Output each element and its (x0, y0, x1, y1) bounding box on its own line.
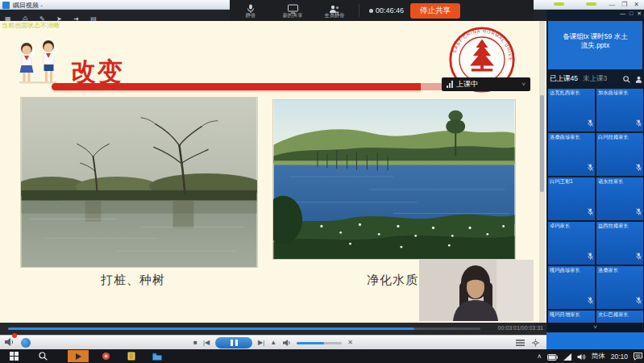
mic-muted-icon (588, 248, 593, 263)
participant-name: 加永曲珍家长 (598, 90, 629, 97)
mic-muted-icon (636, 160, 642, 174)
fullscreen-button[interactable]: ✕ (347, 336, 353, 349)
seek-bar[interactable] (8, 328, 480, 330)
not-in-class-tab[interactable]: 未上课3 (583, 74, 618, 84)
shared-doc-tile[interactable]: 备课组tx 课时59 水土 流失.pptx (548, 21, 642, 69)
participant-tile[interactable]: 嘎玛曲珍家长 (548, 266, 595, 309)
title-ribbon (52, 83, 421, 90)
taskbar-app-player[interactable] (68, 350, 89, 362)
player-control-bar: ■ |◀ ▶| ▲ ✕ (0, 335, 546, 349)
title-ribbon-end (421, 83, 442, 90)
taskbar-search-icon[interactable] (32, 350, 53, 362)
tray-chevron-icon[interactable]: ˄ (538, 353, 542, 361)
previous-button[interactable]: |◀ (203, 336, 210, 349)
new-share-button[interactable]: 新的共享 (272, 2, 314, 19)
participant-name: 洛桑家长 (598, 267, 618, 274)
taskbar-app-red[interactable] (95, 350, 116, 362)
photo-river-trees (20, 97, 258, 268)
scroll-more-button[interactable]: ˅ (548, 323, 642, 332)
participant-name: 白玛王彩1 (550, 178, 573, 186)
mic-muted-icon (588, 160, 593, 174)
panel-bottom-bar (546, 332, 644, 349)
start-button[interactable] (3, 350, 24, 362)
participant-name: 白玛拉姆家长 (598, 134, 629, 141)
mic-muted-icon (588, 115, 593, 130)
mic-icon (230, 2, 272, 12)
playlist-icon[interactable] (516, 336, 525, 350)
participant-name: 达瓦扎西家长 (550, 90, 580, 97)
slide-scrollbar-thumb[interactable] (540, 95, 544, 192)
stop-button[interactable]: ■ (193, 336, 197, 349)
participant-tile[interactable]: 嘎玛日增家长 (548, 311, 595, 323)
participant-tile[interactable]: 白玛王彩1 (548, 177, 595, 220)
volume-icon[interactable] (282, 336, 291, 350)
mic-muted-icon (636, 248, 642, 263)
action-center-icon[interactable] (634, 349, 642, 363)
maximize-button[interactable]: ❐ (621, 0, 627, 9)
volume-slider[interactable] (297, 342, 342, 344)
stop-share-button[interactable]: 停止共享 (410, 3, 460, 19)
notification-dash-icon (586, 2, 596, 6)
presenter-webcam[interactable] (419, 260, 534, 321)
audio-device-icon[interactable] (4, 336, 15, 350)
screen-share-icon (272, 2, 314, 12)
next-button[interactable]: ▶| (258, 336, 264, 349)
playback-time: 00:03:01/00:03:31 (498, 325, 543, 331)
class-status-pill[interactable]: 上课中 ˅ (442, 77, 530, 91)
participant-tile[interactable]: 诸永拉家长 (596, 177, 643, 220)
participant-tile[interactable]: 加永曲珍家长 (596, 89, 643, 131)
audio-alert-badge (12, 333, 17, 338)
settings-icon[interactable] (531, 336, 540, 350)
quality-notice: 当前画面状态不清晰 (2, 21, 60, 30)
participant-name: 嘎玛曲珍家长 (550, 267, 580, 274)
battery-icon[interactable] (547, 349, 558, 363)
taskbar-app-notes[interactable] (121, 350, 142, 362)
mute-all-button[interactable]: 全员静音 (314, 2, 355, 19)
mic-muted-icon (588, 204, 593, 219)
mic-muted-icon (636, 115, 642, 130)
app-blue-icon[interactable] (21, 338, 31, 348)
participant-tile[interactable]: 洛桑曲珍家长 (548, 133, 595, 176)
signal-bars-icon (447, 81, 453, 88)
ime-indicator[interactable]: 简体 (592, 352, 605, 361)
chevron-down-icon: ˅ (521, 81, 526, 88)
participant-name: 洛桑曲珍家长 (550, 134, 580, 141)
participants-header: 已上课45 未上课3 (550, 73, 642, 86)
share-timer: 00:46:46 (369, 6, 404, 15)
participant-tile[interactable]: 益西拉姆家长 (596, 222, 643, 265)
participant-tile[interactable]: 白玛拉姆家长 (596, 133, 643, 176)
network-icon[interactable] (563, 349, 571, 363)
caption-left: 打桩、种树 (64, 273, 202, 288)
participant-tile[interactable]: 次仁巴姆家长 (596, 311, 643, 323)
tray-volume-icon[interactable] (577, 349, 586, 363)
participants-panel: — □ ✕ 备课组tx 课时59 水土 流失.pptx 已上课45 未上课3 达… (546, 10, 644, 349)
participant-name: 嘎玛日增家长 (550, 311, 580, 319)
in-class-tab[interactable]: 已上课45 (550, 74, 578, 84)
taskbar-file-explorer[interactable] (147, 350, 168, 362)
participant-tile[interactable]: 洛桑家长 (596, 266, 643, 309)
participant-name: 益西拉姆家长 (598, 223, 629, 230)
close-button[interactable]: ✕ (634, 0, 639, 9)
pause-button[interactable] (215, 337, 252, 348)
mic-muted-icon (636, 293, 642, 307)
taskbar-clock[interactable]: 20:10 (611, 353, 628, 361)
toolbar-divider (359, 4, 359, 17)
window-title: 瞩目视频 - (13, 1, 43, 10)
share-toolbar: 静音 新的共享 全员静音 00:46:46 停止共享 (230, 0, 534, 21)
screen: 瞩目视频 - — ❐ ✕ ▦ ⎙ ✎ ➤ ➜ ▤ 静音 新的共享 (0, 0, 644, 363)
seek-progress (8, 328, 414, 330)
panel-close-button[interactable]: ✕ (637, 10, 642, 17)
participant-name: 诸永拉家长 (598, 178, 624, 186)
member-icon[interactable] (635, 72, 642, 86)
participant-tile[interactable]: 达瓦扎西家长 (548, 89, 595, 131)
mute-all-icon (314, 2, 355, 12)
minimize-button[interactable]: — (609, 0, 615, 9)
slide-canvas: 当前画面状态不清晰 改变 (0, 21, 546, 323)
search-icon[interactable] (623, 72, 630, 86)
mute-button[interactable]: 静音 (230, 2, 272, 19)
panel-maximize-button[interactable]: □ (629, 10, 633, 17)
participant-tile[interactable]: 卓玛家长 (548, 222, 595, 265)
panel-minimize-button[interactable]: — (620, 10, 625, 17)
app-icon (2, 2, 10, 9)
eject-button[interactable]: ▲ (270, 336, 276, 349)
